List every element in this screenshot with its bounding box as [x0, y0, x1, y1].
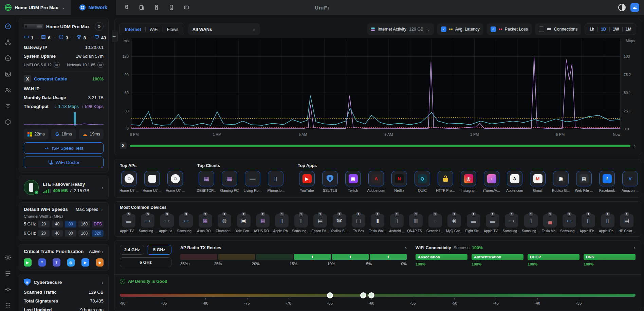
top-ap[interactable]: Home U7 ...	[120, 171, 138, 193]
top-app[interactable]: AApple.com	[505, 171, 524, 193]
width-chip-160[interactable]: 160	[78, 221, 90, 227]
wan-select[interactable]: All WANs ⌄	[188, 23, 260, 35]
gateway-settings-icon[interactable]: ⚙	[95, 22, 104, 31]
device-item[interactable]: 5▬Apple TV ...	[120, 214, 137, 233]
range-1D[interactable]: 1D	[598, 27, 609, 32]
width-chip-40[interactable]: 40	[52, 230, 63, 237]
ctp-status[interactable]: Active›	[89, 249, 104, 254]
dashboard-icon[interactable]	[4, 22, 12, 30]
assistant-icon[interactable]	[630, 3, 639, 12]
top-ap[interactable]: Home U7 ...	[166, 171, 184, 193]
theme-contrast-icon[interactable]	[618, 4, 626, 11]
width-chip-320[interactable]: 320	[92, 230, 104, 237]
release-notes-icon[interactable]: ▤	[97, 62, 104, 68]
device-item[interactable]: 1▭Samsung ...	[503, 214, 520, 233]
access-icon[interactable]	[153, 4, 160, 11]
security-icon[interactable]	[4, 118, 12, 126]
chevron-right-icon[interactable]: ›	[102, 185, 104, 190]
logs-icon[interactable]	[4, 270, 12, 277]
device-item[interactable]: 1▬Eight Sle...	[465, 214, 482, 233]
drive-icon[interactable]	[183, 4, 189, 11]
chevron-right-icon[interactable]: ›	[634, 245, 636, 251]
internet-activity-legend[interactable]: Internet Activity 129 GB ⌄	[367, 23, 434, 35]
google-latency-pill[interactable]: G18ms	[51, 129, 76, 140]
ap-density-dot[interactable]	[368, 292, 374, 298]
wifi-doctor-button[interactable]: WiFi Doctor	[24, 157, 104, 168]
talk-icon[interactable]	[139, 4, 145, 11]
device-item[interactable]: 1▤HP Color...	[618, 214, 636, 233]
top-app[interactable]: HTTP Pro...	[436, 171, 455, 193]
top-app[interactable]: ◎Instagram	[459, 171, 478, 193]
chevron-right-icon[interactable]: ›	[102, 279, 104, 285]
tab-internet[interactable]: Internet	[121, 23, 145, 35]
device-item[interactable]: 1▯Android ...	[388, 214, 406, 233]
device-item[interactable]: 3▭Samsung ...	[139, 214, 157, 233]
width-chip-160[interactable]: 160	[78, 230, 90, 237]
display-icon[interactable]	[4, 286, 12, 293]
connectivity-bar-association[interactable]: Association	[416, 254, 467, 260]
topology-icon[interactable]	[4, 38, 12, 46]
top-ap[interactable]: Home U7 ...	[143, 171, 161, 193]
range-1M[interactable]: 1M	[623, 27, 634, 32]
range-1h[interactable]: 1h	[586, 27, 597, 32]
device-item[interactable]: 3▭Samsung ...	[177, 214, 195, 233]
device-item[interactable]: 2▣Yale Con...	[235, 214, 253, 233]
checkbox-icon[interactable]: ✓	[441, 26, 446, 32]
tab-wifi[interactable]: WiFi	[146, 23, 163, 35]
top-client[interactable]: ▯iPhone.lo...	[266, 171, 285, 193]
width-chip-20[interactable]: 20	[38, 221, 50, 227]
activity-chart[interactable]: 00.03025.16050.19075.2120100msMbps9 PM1 …	[119, 37, 636, 141]
ap-density-dot[interactable]	[327, 292, 333, 298]
device-item[interactable]: 1▯Apple iPh...	[599, 214, 617, 233]
top-app[interactable]: ▤Web File ...	[575, 171, 593, 193]
checkbox-icon[interactable]: ✓	[491, 26, 496, 32]
count-devices-group[interactable]: 8	[76, 34, 86, 41]
top-app[interactable]: ♪iTunes/A...	[482, 171, 501, 193]
connect-icon[interactable]	[168, 4, 174, 11]
ap-density-dot[interactable]	[360, 292, 366, 298]
device-item[interactable]: 1▥QNAP TS...	[407, 214, 425, 233]
device-item[interactable]: 1▯Samsung ...	[522, 214, 540, 233]
count-ap[interactable]: 3	[58, 34, 68, 41]
range-1W[interactable]: 1W	[610, 27, 622, 32]
top-client[interactable]: ▬Living Ro...	[243, 171, 262, 193]
band-6ghz-button[interactable]: 6 GHz	[120, 257, 171, 267]
top-app[interactable]: QQUIC	[413, 171, 431, 193]
top-app[interactable]: ▣Roblox G...	[552, 171, 570, 193]
collapse-panel-button[interactable]: ⇤	[112, 31, 118, 42]
top-app[interactable]: NNetflix	[390, 171, 408, 193]
settings-icon[interactable]	[4, 254, 12, 261]
wan-provider[interactable]: Comcast Cable	[34, 76, 90, 81]
width-chip-80[interactable]: 80	[65, 221, 76, 227]
isp-speed-test-button[interactable]: ISP Speed Test	[24, 142, 104, 154]
width-chip-DFS[interactable]: DFS	[92, 221, 104, 227]
max-speed-select[interactable]: Max. Speed⌄	[76, 207, 104, 212]
device-item[interactable]: 1▄Tesla Mo...	[541, 214, 559, 233]
tab-flows[interactable]: Flows	[163, 23, 183, 35]
count-clients[interactable]: 43	[94, 34, 106, 41]
avg-latency-toggle[interactable]: ✓Avg. Latency	[437, 23, 483, 35]
device-item[interactable]: 1◉MyQ Gar...	[445, 214, 463, 233]
top-app[interactable]: ▣Twitch	[344, 171, 362, 193]
device-item[interactable]: 1▬Apple TV ...	[484, 214, 501, 233]
top-client[interactable]: ▦Gaming PC	[220, 171, 239, 193]
connections-toggle[interactable]: Connections	[535, 23, 582, 35]
device-item[interactable]: 1▢TV Box	[350, 214, 367, 233]
top-app[interactable]: VAmazon ...	[621, 171, 639, 193]
connectivity-bar-dhcp[interactable]: DHCP	[528, 254, 579, 260]
radios-icon[interactable]	[4, 102, 12, 110]
device-item[interactable]: 1▤Epson Pri...	[311, 214, 329, 233]
chevron-right-icon[interactable]: ›	[634, 143, 636, 149]
device-item[interactable]: 1▯Samsung ...	[292, 214, 310, 233]
release-notes-icon[interactable]: ▤	[54, 62, 60, 68]
count-gateway[interactable]: 1	[24, 34, 33, 41]
top-app[interactable]: fFacebook	[598, 171, 616, 193]
tab-network[interactable]: Network	[71, 0, 116, 15]
lte-failover-card[interactable]: ✓ LTE Failover Ready 405 MB / 2.15 GB ›	[19, 176, 109, 199]
packet-loss-toggle[interactable]: ✓Packet Loss	[487, 23, 532, 35]
width-chip-20[interactable]: 20	[38, 230, 50, 237]
device-item[interactable]: 2▦Asus RO...	[197, 214, 214, 233]
top-app[interactable]: MGmail	[529, 171, 547, 193]
device-item[interactable]: 2◍Chamberl...	[216, 214, 233, 233]
ap-density-slider[interactable]: -90-85-80-75-70-65-60-55-50-45-40-35	[120, 292, 636, 310]
